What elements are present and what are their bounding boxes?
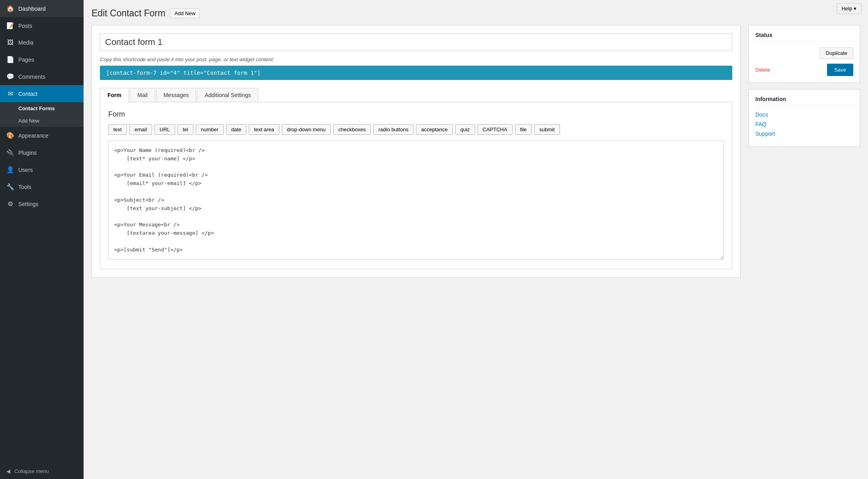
help-button[interactable]: Help ▾: [837, 3, 862, 14]
form-title-input[interactable]: [100, 33, 732, 51]
sidebar-item-users[interactable]: 👤 Users: [0, 161, 84, 178]
shortcode-hint: Copy this shortcode and paste it into yo…: [100, 56, 732, 62]
field-button-radio-buttons[interactable]: radio buttons: [373, 124, 414, 135]
sidebar-item-dashboard[interactable]: 🏠 Dashboard: [0, 0, 84, 17]
field-button-tel[interactable]: tel: [178, 124, 193, 135]
sidebar-item-plugins[interactable]: 🔌 Plugins: [0, 144, 84, 161]
sidebar-item-add-new[interactable]: Add New: [0, 115, 84, 127]
sidebar-item-label: Comments: [18, 74, 45, 80]
field-button-acceptance[interactable]: acceptance: [416, 124, 453, 135]
sidebar-item-label: Users: [18, 167, 33, 173]
plugins-icon: 🔌: [6, 149, 14, 156]
tab-messages[interactable]: Messages: [156, 88, 197, 102]
sidebar-item-contact[interactable]: ✉ Contact: [0, 85, 84, 102]
sidebar-item-label: Contact: [18, 91, 37, 97]
tools-icon: 🔧: [6, 183, 14, 191]
tab-mail[interactable]: Mail: [130, 88, 155, 102]
field-button-text-area[interactable]: text area: [249, 124, 279, 135]
status-actions: Delete Save: [755, 64, 853, 76]
duplicate-button[interactable]: Duplicate: [820, 47, 853, 59]
main-panel: Copy this shortcode and paste it into yo…: [92, 25, 741, 278]
field-button-checkboxes[interactable]: checkboxes: [333, 124, 371, 135]
faq-link[interactable]: FAQ: [755, 121, 853, 127]
save-button[interactable]: Save: [827, 64, 853, 76]
sidebar-item-label: Pages: [18, 56, 34, 63]
delete-link[interactable]: Delete: [755, 67, 770, 73]
field-button-captcha[interactable]: CAPTCHA: [478, 124, 513, 135]
tab-content-form: Form textemailURLtelnumberdatetext aread…: [100, 102, 732, 269]
sidebar-item-label: Plugins: [18, 150, 37, 156]
content-area: Copy this shortcode and paste it into yo…: [92, 25, 860, 278]
sidebar-item-label: Media: [18, 39, 33, 46]
status-box-title: Status: [755, 32, 853, 42]
topbar: Help ▾: [830, 0, 868, 17]
support-link[interactable]: Support: [755, 130, 853, 137]
sidebar-item-label: Dashboard: [18, 6, 46, 12]
shortcode-box[interactable]: [contact-form-7 id="4" title="Contact fo…: [100, 66, 732, 80]
appearance-icon: 🎨: [6, 132, 14, 139]
sidebar-item-contact-forms[interactable]: Contact Forms: [0, 102, 84, 115]
tabs: Form Mail Messages Additional Settings: [100, 88, 732, 102]
sidebar-item-label: Tools: [18, 184, 31, 190]
dashboard-icon: 🏠: [6, 5, 14, 12]
sidebar-item-media[interactable]: 🖼 Media: [0, 34, 84, 51]
tab-additional-settings[interactable]: Additional Settings: [197, 88, 258, 102]
field-button-quiz[interactable]: quiz: [455, 124, 475, 135]
field-button-number[interactable]: number: [196, 124, 224, 135]
sidebar-item-label: Appearance: [18, 132, 49, 139]
pages-icon: 📄: [6, 56, 14, 63]
status-box: Status Duplicate Delete Save: [749, 25, 860, 83]
page-title: Edit Contact Form: [92, 8, 165, 19]
sidebar: 🏠 Dashboard 📝 Posts 🖼 Media 📄 Pages 💬 Co…: [0, 0, 84, 479]
field-button-text[interactable]: text: [108, 124, 127, 135]
collapse-label: Collapse menu: [14, 468, 49, 474]
sidebar-item-comments[interactable]: 💬 Comments: [0, 68, 84, 85]
settings-icon: ⚙: [6, 200, 14, 208]
sidebar-item-tools[interactable]: 🔧 Tools: [0, 178, 84, 195]
comments-icon: 💬: [6, 73, 14, 80]
field-button-url[interactable]: URL: [154, 124, 175, 135]
sidebar-item-label: Settings: [18, 201, 39, 207]
page-header: Edit Contact Form Add New: [92, 8, 860, 19]
info-box-title: Information: [755, 96, 853, 106]
sidebar-item-label: Posts: [18, 23, 32, 29]
collapse-icon: ◀: [6, 468, 10, 474]
docs-link[interactable]: Docs: [755, 111, 853, 118]
media-icon: 🖼: [6, 39, 14, 46]
users-icon: 👤: [6, 166, 14, 173]
field-button-date[interactable]: date: [226, 124, 246, 135]
contact-icon: ✉: [6, 90, 14, 97]
sidebar-sub-contact: Contact Forms Add New: [0, 102, 84, 127]
main-content: Help ▾ Edit Contact Form Add New Copy th…: [84, 0, 868, 479]
form-code-textarea[interactable]: [108, 140, 724, 260]
collapse-menu[interactable]: ◀ Collapse menu: [0, 463, 84, 479]
sidebar-item-posts[interactable]: 📝 Posts: [0, 17, 84, 34]
tab-form[interactable]: Form: [100, 88, 129, 102]
sidebar-item-settings[interactable]: ⚙ Settings: [0, 195, 84, 212]
field-button-file[interactable]: file: [515, 124, 532, 135]
sidebar-item-pages[interactable]: 📄 Pages: [0, 51, 84, 68]
field-buttons: textemailURLtelnumberdatetext areadrop-d…: [108, 124, 724, 135]
sidebar-item-appearance[interactable]: 🎨 Appearance: [0, 127, 84, 144]
field-button-submit[interactable]: submit: [534, 124, 560, 135]
field-button-email[interactable]: email: [129, 124, 152, 135]
info-box: Information Docs FAQ Support: [749, 89, 860, 147]
form-section-title: Form: [108, 110, 724, 119]
field-button-drop-down-menu[interactable]: drop-down menu: [282, 124, 331, 135]
posts-icon: 📝: [6, 22, 14, 29]
side-panel: Status Duplicate Delete Save Information…: [749, 25, 860, 153]
add-new-button[interactable]: Add New: [170, 8, 200, 18]
